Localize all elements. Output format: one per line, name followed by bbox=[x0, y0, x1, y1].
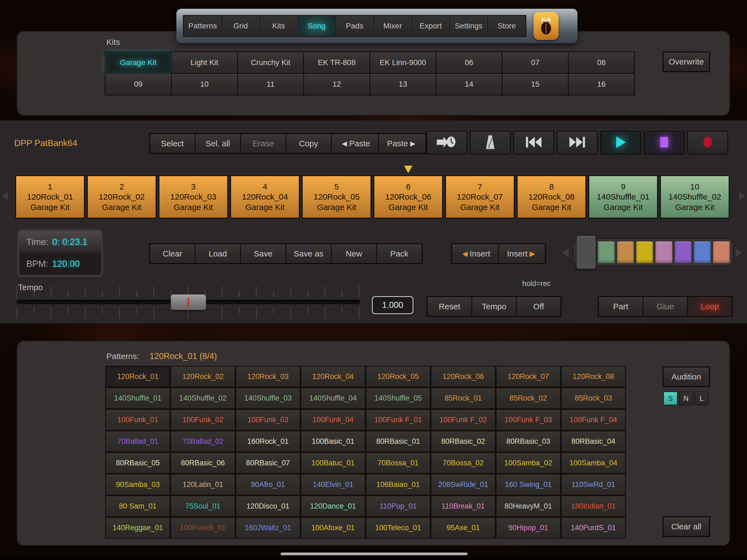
pattern-cell-180indian-01[interactable]: 180Indian_01 bbox=[561, 495, 626, 517]
palette-swatch[interactable] bbox=[636, 241, 653, 263]
pattern-cell-100afoxe-01[interactable]: 100Afoxe_01 bbox=[301, 517, 366, 539]
pattern-cell-70ballad-01[interactable]: 70Ballad_01 bbox=[105, 431, 170, 452]
pattern-cell-80rbasic-01[interactable]: 80RBasic_01 bbox=[366, 431, 431, 452]
pattern-cell-100funk-03[interactable]: 100Funk_03 bbox=[235, 409, 301, 431]
pattern-cell-120disco-01[interactable]: 120Disco_01 bbox=[235, 495, 301, 517]
palette-swatch[interactable] bbox=[694, 241, 711, 263]
kit-button-light-kit[interactable]: Light Kit bbox=[172, 52, 237, 73]
pattern-cell-85rock-02[interactable]: 85Rock_02 bbox=[496, 387, 561, 409]
pattern-cell-110pop-01[interactable]: 110Pop_01 bbox=[366, 495, 431, 517]
glue-button[interactable]: Glue bbox=[643, 297, 687, 316]
pattern-cell-140shuffle-03[interactable]: 140Shuffle_03 bbox=[235, 387, 301, 409]
palette-swatch[interactable] bbox=[655, 241, 672, 263]
overwrite-button[interactable]: Overwrite bbox=[664, 52, 709, 71]
kit-button-15[interactable]: 15 bbox=[503, 74, 568, 95]
stop-button[interactable] bbox=[644, 131, 685, 154]
tab-kits[interactable]: Kits bbox=[260, 16, 297, 36]
pattern-cell-106baiao-01[interactable]: 106Baiao_01 bbox=[366, 474, 431, 495]
audition-button[interactable]: Audition bbox=[664, 367, 709, 386]
pattern-cell-140elvin-01[interactable]: 140Elvin_01 bbox=[301, 474, 366, 495]
pattern-cell-100batuc-01[interactable]: 100Batuc_01 bbox=[301, 452, 366, 474]
song-slot-3[interactable]: 3120Rock_03Garage Kit bbox=[159, 175, 228, 219]
tempo-slider-handle[interactable] bbox=[171, 294, 206, 310]
song-slot-9[interactable]: 9140Shuffle_01Garage Kit bbox=[588, 175, 658, 219]
clear-all-button[interactable]: Clear all bbox=[664, 517, 709, 536]
palette-swatch[interactable] bbox=[617, 241, 634, 263]
pattern-cell-80rbasic-03[interactable]: 80RBasic_03 bbox=[496, 431, 561, 452]
pattern-cell-100basic-01[interactable]: 100Basic_01 bbox=[301, 431, 366, 452]
insert-right-button[interactable]: Insert ▶ bbox=[499, 245, 545, 263]
pattern-cell-100funk-02[interactable]: 100Funk_02 bbox=[170, 409, 235, 431]
tab-mixer[interactable]: Mixer bbox=[374, 16, 411, 36]
loop-button[interactable]: Loop bbox=[688, 297, 732, 316]
edit-select[interactable]: Select bbox=[150, 134, 195, 153]
off-button[interactable]: Off bbox=[517, 297, 561, 316]
forward-end-button[interactable] bbox=[557, 131, 598, 154]
pattern-cell-85rock-03[interactable]: 85Rock_03 bbox=[561, 387, 626, 409]
pattern-cell-75soul-01[interactable]: 75Soul_01 bbox=[170, 495, 235, 517]
kit-button-09[interactable]: 09 bbox=[106, 74, 171, 95]
kit-button-ek-tr-808[interactable]: EK TR-808 bbox=[304, 52, 369, 73]
song-slot-1[interactable]: 1120Rock_01Garage Kit bbox=[15, 175, 85, 219]
kit-button-16[interactable]: 16 bbox=[569, 74, 634, 95]
pattern-cell-100funk-f-01[interactable]: 100Funk F_01 bbox=[366, 409, 431, 431]
tab-grid[interactable]: Grid bbox=[222, 16, 259, 36]
kit-button-10[interactable]: 10 bbox=[172, 74, 237, 95]
pattern-cell-160jwaltz-01[interactable]: 160JWaltz_01 bbox=[235, 517, 301, 539]
palette-left-icon[interactable] bbox=[562, 248, 569, 258]
tab-settings[interactable]: Settings bbox=[450, 16, 487, 36]
kit-button-06[interactable]: 06 bbox=[436, 52, 502, 73]
palette-swatch-selected[interactable] bbox=[576, 236, 596, 269]
pattern-cell-100funk-f-02[interactable]: 100Funk F_02 bbox=[431, 409, 496, 431]
metronome-button[interactable] bbox=[470, 131, 511, 154]
pattern-cell-100samba-04[interactable]: 100Samba_04 bbox=[561, 452, 626, 474]
pattern-cell-120rock-03[interactable]: 120Rock_03 bbox=[235, 366, 301, 387]
kit-button-11[interactable]: 11 bbox=[238, 74, 303, 95]
save-as-button[interactable]: Save as bbox=[286, 245, 331, 263]
palette-right-icon[interactable] bbox=[736, 248, 742, 258]
edit-sel-all[interactable]: Sel. all bbox=[196, 134, 240, 153]
goto-time-button[interactable] bbox=[426, 131, 467, 154]
pattern-cell-120rock-07[interactable]: 120Rock_07 bbox=[496, 366, 561, 387]
song-slot-5[interactable]: 5120Rock_05Garage Kit bbox=[302, 175, 371, 219]
pattern-cell-140shuffle-04[interactable]: 140Shuffle_04 bbox=[301, 387, 366, 409]
kit-button-12[interactable]: 12 bbox=[304, 74, 369, 95]
song-slot-10[interactable]: 10140Shuffle_02Garage Kit bbox=[660, 175, 729, 219]
kit-button-garage-kit[interactable]: Garage Kit bbox=[106, 52, 171, 73]
pattern-cell-120rock-02[interactable]: 120Rock_02 bbox=[170, 366, 235, 387]
tempo-multiplier-field[interactable]: 1.000 bbox=[372, 296, 413, 314]
tab-song[interactable]: Song bbox=[298, 16, 335, 36]
kit-button-13[interactable]: 13 bbox=[370, 74, 436, 95]
snl-l-button[interactable]: L bbox=[695, 391, 709, 405]
pattern-cell-140shuffle-02[interactable]: 140Shuffle_02 bbox=[170, 387, 235, 409]
part-button[interactable]: Part bbox=[599, 297, 643, 316]
pattern-cell-120rock-06[interactable]: 120Rock_06 bbox=[431, 366, 496, 387]
pattern-cell-100funk-04[interactable]: 100Funk_04 bbox=[301, 409, 366, 431]
tab-store[interactable]: Store bbox=[488, 16, 525, 36]
pattern-cell-100funkb-01[interactable]: 100FunkB_01 bbox=[170, 517, 235, 539]
palette-swatch[interactable] bbox=[598, 241, 615, 263]
pattern-cell-140shuffle-05[interactable]: 140Shuffle_05 bbox=[366, 387, 431, 409]
song-slot-8[interactable]: 8120Rock_08Garage Kit bbox=[517, 175, 586, 219]
kit-button-ek-linn-9000[interactable]: EK Linn-9000 bbox=[370, 52, 436, 73]
scroll-left-icon[interactable] bbox=[2, 192, 8, 200]
pattern-cell-140shuffle-01[interactable]: 140Shuffle_01 bbox=[105, 387, 170, 409]
pattern-cell-100funk-01[interactable]: 100Funk_01 bbox=[105, 409, 170, 431]
edit-copy[interactable]: Copy bbox=[286, 134, 331, 153]
scroll-right-icon[interactable] bbox=[739, 192, 745, 200]
snl-n-button[interactable]: N bbox=[679, 391, 693, 405]
reset-button[interactable]: Reset bbox=[428, 297, 471, 316]
pattern-cell-110break-01[interactable]: 110Break_01 bbox=[431, 495, 496, 517]
pattern-cell-100funk-f-03[interactable]: 100Funk F_03 bbox=[496, 409, 561, 431]
pattern-cell-80rbasic-06[interactable]: 80RBasic_06 bbox=[170, 452, 235, 474]
new-button[interactable]: New bbox=[332, 245, 376, 263]
song-slot-4[interactable]: 4120Rock_04Garage Kit bbox=[230, 175, 300, 219]
edit-erase[interactable]: Erase bbox=[241, 134, 285, 153]
tempo-button[interactable]: Tempo bbox=[472, 297, 516, 316]
pattern-cell-110swrd-01[interactable]: 110SwRd_01 bbox=[561, 474, 626, 495]
snl-s-button[interactable]: S bbox=[663, 391, 677, 405]
pattern-cell-160-swing-01[interactable]: 160 Swing_01 bbox=[496, 474, 561, 495]
pattern-cell-120rock-08[interactable]: 120Rock_08 bbox=[561, 366, 626, 387]
pack-button[interactable]: Pack bbox=[377, 245, 422, 263]
tab-export[interactable]: Export bbox=[412, 16, 449, 36]
